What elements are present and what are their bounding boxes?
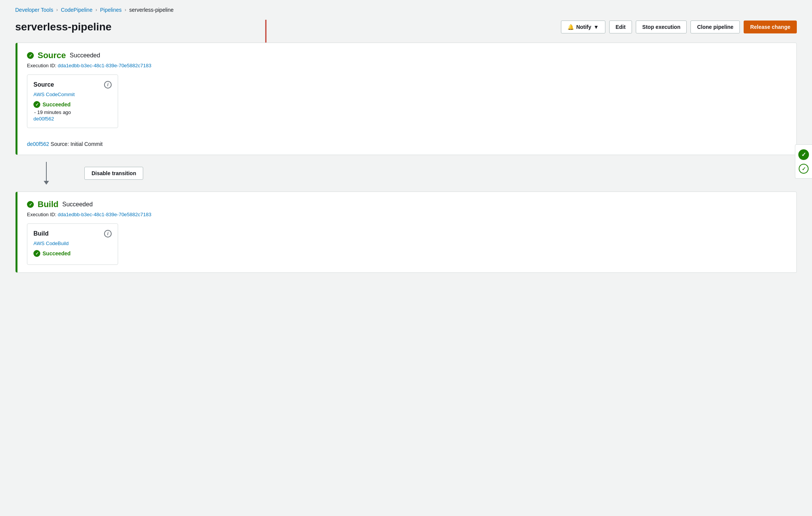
edit-button[interactable]: Edit	[609, 21, 632, 33]
transition-section: Disable transition	[15, 155, 797, 192]
page-title: serverless-pipeline	[15, 21, 112, 33]
build-stage-status: Succeeded	[62, 201, 93, 208]
build-stage-name: Build	[38, 199, 58, 209]
breadcrumb-sep-3: ›	[125, 7, 126, 13]
source-action-time: - 19 minutes ago	[34, 109, 112, 115]
clone-pipeline-label: Clone pipeline	[697, 24, 733, 30]
breadcrumb-pipelines[interactable]: Pipelines	[100, 7, 122, 13]
source-action-status-row: Succeeded	[33, 101, 112, 108]
main-content: Source Succeeded Execution ID: dda1edbb-…	[0, 43, 812, 273]
notify-button[interactable]: 🔔 Notify ▼	[561, 21, 605, 33]
stop-execution-label: Stop execution	[642, 24, 680, 30]
build-success-icon	[27, 201, 34, 208]
transition-arrow-head	[44, 181, 49, 185]
build-action-success-icon	[33, 250, 40, 257]
build-action-status-label: Succeeded	[43, 250, 71, 256]
source-actions-area: Source i AWS CodeCommit Succeeded - 19 m…	[16, 74, 796, 136]
build-action-status-row: Succeeded	[33, 250, 112, 257]
source-stage-left-bar	[16, 43, 17, 155]
build-info-icon[interactable]: i	[104, 230, 112, 237]
right-panel-check-2	[799, 164, 809, 174]
breadcrumb-current: serverless-pipeline	[129, 7, 174, 13]
build-actions-area: Build i AWS CodeBuild Succeeded	[16, 223, 796, 272]
source-stage-status: Succeeded	[70, 52, 100, 59]
disable-transition-label: Disable transition	[92, 170, 136, 176]
stop-execution-button[interactable]: Stop execution	[636, 21, 687, 33]
right-status-panel	[795, 144, 812, 179]
breadcrumb-codepipeline[interactable]: CodePipeline	[61, 7, 92, 13]
source-commit-message: Source: Initial Commit	[51, 141, 103, 147]
source-action-card: Source i AWS CodeCommit Succeeded - 19 m…	[27, 74, 118, 128]
source-stage-name: Source	[38, 51, 66, 60]
source-stage-header: Source Succeeded Execution ID: dda1edbb-…	[16, 43, 796, 74]
build-action-card-header: Build i	[33, 230, 112, 237]
chevron-down-icon: ▼	[594, 24, 599, 30]
build-stage-header: Build Succeeded Execution ID: dda1edbb-b…	[16, 192, 796, 223]
breadcrumb-sep-1: ›	[56, 7, 58, 13]
source-exec-id-link[interactable]: dda1edbb-b3ec-48c1-839e-70e5882c7183	[58, 63, 152, 68]
source-provider-link[interactable]: AWS CodeCommit	[33, 92, 112, 97]
build-stage-title-row: Build Succeeded	[27, 199, 785, 209]
build-stage-card: Build Succeeded Execution ID: dda1edbb-b…	[15, 192, 797, 273]
build-provider-link[interactable]: AWS CodeBuild	[33, 241, 112, 246]
build-action-name: Build	[33, 230, 49, 237]
disable-transition-button[interactable]: Disable transition	[84, 167, 143, 180]
build-action-card: Build i AWS CodeBuild Succeeded	[27, 223, 118, 265]
source-action-status-label: Succeeded	[43, 101, 71, 108]
bell-icon: 🔔	[567, 24, 574, 30]
release-change-label: Release change	[750, 24, 790, 30]
source-action-success-icon	[33, 101, 40, 108]
source-success-icon	[27, 52, 34, 59]
source-commit-bar: de00f562 Source: Initial Commit	[16, 136, 796, 155]
build-exec-label: Execution ID:	[27, 212, 56, 217]
edit-label: Edit	[616, 24, 626, 30]
source-commit-link[interactable]: de00f562	[27, 141, 49, 147]
source-action-name: Source	[33, 81, 54, 88]
breadcrumb-sep-2: ›	[95, 7, 97, 13]
release-change-button[interactable]: Release change	[744, 21, 797, 33]
right-panel-check-1	[798, 149, 809, 160]
build-execution-id-row: Execution ID: dda1edbb-b3ec-48c1-839e-70…	[27, 212, 785, 217]
breadcrumb: Developer Tools › CodePipeline › Pipelin…	[0, 0, 812, 17]
clone-pipeline-button[interactable]: Clone pipeline	[690, 21, 740, 33]
header-actions: 🔔 Notify ▼ Edit Stop execution Clone pip…	[561, 21, 797, 33]
page-header: serverless-pipeline 🔔 Notify ▼ Edit Stop…	[0, 17, 812, 43]
source-stage-title-row: Source Succeeded	[27, 51, 785, 60]
breadcrumb-developer-tools[interactable]: Developer Tools	[15, 7, 53, 13]
source-action-card-header: Source i	[33, 81, 112, 89]
build-exec-id-link[interactable]: dda1edbb-b3ec-48c1-839e-70e5882c7183	[58, 212, 152, 217]
notify-label: Notify	[576, 24, 591, 30]
source-action-commit-link[interactable]: de00f562	[33, 116, 112, 122]
source-info-icon[interactable]: i	[104, 81, 112, 89]
source-exec-label: Execution ID:	[27, 63, 56, 68]
build-stage-left-bar	[16, 192, 17, 272]
transition-line-top	[46, 162, 47, 181]
source-stage-card: Source Succeeded Execution ID: dda1edbb-…	[15, 43, 797, 155]
source-execution-id-row: Execution ID: dda1edbb-b3ec-48c1-839e-70…	[27, 63, 785, 68]
